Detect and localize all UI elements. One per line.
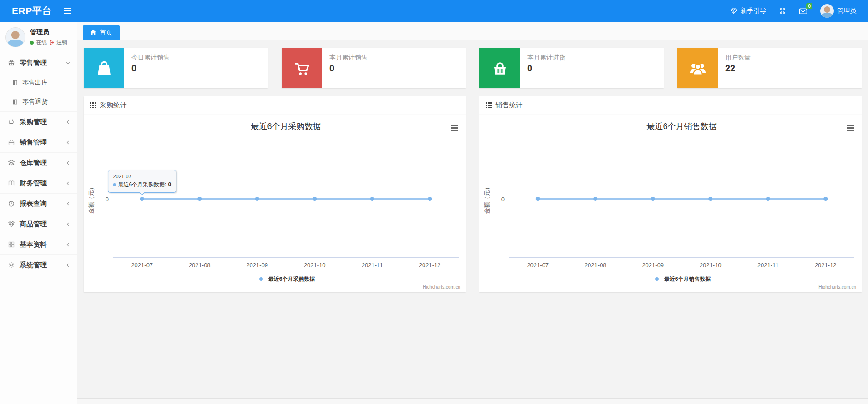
x-axis-labels: 2021-072021-082021-092021-102021-112021-…: [113, 258, 459, 273]
data-point: [313, 197, 317, 201]
sidebar-item-basedata[interactable]: 基本资料: [0, 234, 77, 255]
shopping-basket-icon: [479, 48, 520, 88]
chart-title: 最近6个月销售数据: [509, 121, 854, 132]
legend-label: 最近6个月采购数据: [268, 275, 315, 283]
x-axis-labels: 2021-072021-082021-092021-102021-112021-…: [509, 258, 854, 273]
brand-logo[interactable]: ERP平台: [12, 5, 52, 17]
sidebar-item-label: 财务管理: [20, 179, 61, 188]
user-menu[interactable]: 管理员: [820, 4, 856, 18]
sidebar-item-label: 采购管理: [20, 118, 61, 126]
stat-value: 0: [527, 63, 565, 74]
panel-title: 采购统计: [100, 101, 127, 110]
box-icon: [8, 220, 15, 228]
data-point: [428, 197, 432, 201]
line-series: [113, 140, 459, 257]
repeat-icon: [8, 118, 15, 125]
legend-item[interactable]: 最近6个月采购数据: [113, 273, 459, 285]
purchase-chart: 最近6个月采购数据 0 金额（元） 2021-07 最近6个月采购数据: 0: [84, 115, 466, 292]
menu-bars-icon[interactable]: [64, 8, 71, 14]
grid-icon: [8, 241, 15, 248]
top-navbar: ERP平台 新手引导 0: [0, 0, 868, 22]
chevron-left-icon: [66, 181, 71, 186]
stat-label: 本月累计销售: [329, 54, 368, 62]
sidebar-item-label: 仓库管理: [20, 159, 61, 167]
sidebar-item-label: 基本资料: [20, 240, 61, 249]
sidebar-item-warehouse[interactable]: 仓库管理: [0, 153, 77, 173]
sidebar-item-reports[interactable]: 报表查询: [0, 194, 77, 214]
x-axis-tick-label: 2021-12: [419, 262, 441, 269]
sidebar-item-finance[interactable]: 财务管理: [0, 173, 77, 194]
x-axis-tick-label: 2021-11: [757, 262, 779, 269]
panel-title: 销售统计: [495, 101, 523, 110]
legend-item[interactable]: 最近6个月销售数据: [509, 273, 854, 285]
highcharts-credit-link[interactable]: Highcharts.com.cn: [818, 284, 856, 289]
sidebar-menu: 零售管理 零售出库 零售退货: [0, 53, 77, 404]
logout-button[interactable]: 注销: [49, 39, 67, 46]
chevron-left-icon: [66, 222, 71, 227]
chart-title: 最近6个月采购数据: [113, 121, 459, 132]
legend-marker: [257, 279, 265, 279]
series-marker-dot: [113, 183, 116, 186]
sales-stats-panel: 销售统计 最近6个月销售数据 0 金额（元） 2021-072021-08202…: [479, 96, 862, 292]
online-status-dot: [30, 41, 34, 45]
tab-home-label: 首页: [100, 29, 112, 37]
sidebar: 管理员 在线 注销: [0, 22, 77, 404]
tab-strip: 首页: [77, 22, 868, 40]
x-axis-tick-label: 2021-10: [700, 262, 722, 269]
stat-card-today-sales: 今日累计销售 0: [84, 48, 268, 88]
stat-card-month-purchase: 本月累计进货 0: [479, 48, 664, 88]
data-point: [370, 197, 374, 201]
sidebar-item-sales[interactable]: 销售管理: [0, 132, 77, 153]
chevron-left-icon: [66, 201, 71, 206]
plot-area: 0 金额（元）: [113, 140, 459, 258]
sidebar-item-system[interactable]: 系统管理: [0, 255, 77, 275]
stat-value: 0: [131, 63, 170, 74]
legend-marker: [653, 279, 661, 279]
sidebar-item-label: 系统管理: [20, 261, 61, 269]
main-area: 首页 今日累计销售 0: [77, 22, 868, 404]
guide-label: 新手引导: [741, 7, 766, 15]
gift-icon: [8, 59, 15, 66]
navbar-user-name: 管理员: [837, 7, 856, 15]
briefcase-icon: [8, 139, 15, 146]
clock-icon: [8, 200, 15, 207]
fullscreen-icon: [779, 7, 786, 15]
x-axis-tick-label: 2021-10: [304, 262, 326, 269]
highcharts-credit-link[interactable]: Highcharts.com.cn: [423, 284, 460, 289]
x-axis-tick-label: 2021-08: [189, 262, 211, 269]
chevron-left-icon: [66, 242, 71, 247]
sidebar-item-retail-outbound[interactable]: 零售出库: [0, 73, 77, 92]
online-status-label: 在线: [36, 39, 47, 46]
fullscreen-button[interactable]: [779, 7, 786, 15]
chevron-left-icon: [66, 160, 71, 165]
chevron-down-icon: [66, 60, 71, 65]
sidebar-item-purchase[interactable]: 采购管理: [0, 112, 77, 132]
tab-home[interactable]: 首页: [83, 25, 120, 40]
y-axis-tick-label: 0: [501, 195, 505, 202]
x-axis-tick-label: 2021-11: [362, 262, 383, 269]
shopping-cart-icon: [282, 48, 322, 88]
sidebar-item-retail-return[interactable]: 零售退货: [0, 92, 77, 111]
gear-icon: [8, 261, 15, 269]
guide-link[interactable]: 新手引导: [730, 7, 766, 15]
messages-button[interactable]: 0: [799, 7, 807, 15]
chevron-left-icon: [66, 263, 71, 268]
sidebar-item-label: 销售管理: [20, 138, 61, 147]
sidebar-user-name: 管理员: [30, 28, 67, 36]
x-axis-tick-label: 2021-09: [642, 262, 664, 269]
data-point: [255, 197, 259, 201]
data-point: [708, 197, 712, 201]
layers-icon: [8, 159, 15, 166]
sidebar-item-products[interactable]: 商品管理: [0, 214, 77, 234]
page-content: 今日累计销售 0 本月累计销售 0: [77, 40, 868, 398]
sidebar-item-retail[interactable]: 零售管理: [0, 53, 77, 73]
sales-chart: 最近6个月销售数据 0 金额（元） 2021-072021-082021-092…: [479, 115, 862, 292]
chart-export-menu-icon[interactable]: [846, 124, 855, 132]
data-point: [536, 197, 540, 201]
home-icon: [90, 30, 96, 35]
sidebar-subitem-label: 零售出库: [22, 79, 48, 87]
chart-export-menu-icon[interactable]: [450, 124, 459, 132]
sidebar-item-label: 零售管理: [20, 59, 61, 67]
plot-area: 0 金额（元）: [509, 140, 854, 258]
chevron-left-icon: [66, 120, 71, 125]
